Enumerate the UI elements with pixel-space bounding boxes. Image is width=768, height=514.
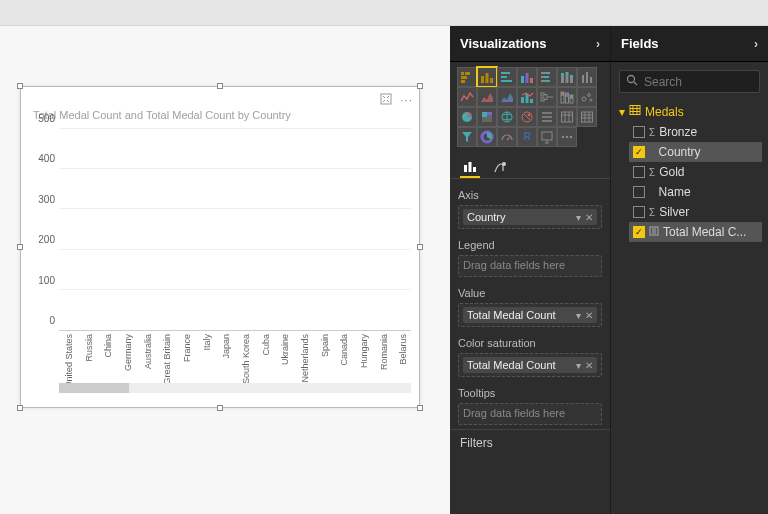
fields-search[interactable]: [619, 70, 760, 93]
viz-type-icon[interactable]: [538, 68, 556, 86]
chevron-down-icon[interactable]: ▾: [576, 360, 581, 371]
chevron-right-icon[interactable]: ›: [754, 37, 758, 51]
value-pill[interactable]: Total Medal Count ▾✕: [463, 307, 597, 323]
field-name: Gold: [659, 165, 758, 179]
search-icon: [626, 74, 638, 89]
remove-icon[interactable]: ✕: [585, 310, 593, 321]
format-tab-icon[interactable]: [490, 156, 510, 178]
search-input[interactable]: [644, 75, 768, 89]
viz-type-icon[interactable]: R: [518, 128, 536, 146]
viz-type-icon[interactable]: [478, 108, 496, 126]
axis-pill[interactable]: Country ▾✕: [463, 209, 597, 225]
gridline: [59, 128, 411, 129]
more-options-icon[interactable]: ···: [398, 91, 415, 110]
focus-mode-icon[interactable]: [378, 91, 394, 110]
viz-type-icon[interactable]: [578, 88, 596, 106]
svg-rect-17: [544, 76, 549, 78]
svg-rect-37: [566, 93, 569, 96]
resize-handle-w[interactable]: [17, 244, 23, 250]
svg-rect-21: [561, 73, 564, 76]
viz-type-icon[interactable]: [558, 108, 576, 126]
table-node[interactable]: ▾ Medals: [617, 101, 762, 122]
svg-rect-19: [547, 80, 550, 82]
axis-well[interactable]: Country ▾✕: [458, 205, 602, 229]
svg-rect-60: [473, 167, 476, 172]
viz-type-icon[interactable]: [538, 88, 556, 106]
field-total-medal-c-[interactable]: ✓Total Medal C...: [629, 222, 762, 242]
viz-type-icon[interactable]: [478, 68, 496, 86]
resize-handle-sw[interactable]: [17, 405, 23, 411]
field-gold[interactable]: ΣGold: [629, 162, 762, 182]
viz-type-icon[interactable]: [478, 88, 496, 106]
field-checkbox[interactable]: [633, 206, 645, 218]
viz-type-icon[interactable]: [558, 68, 576, 86]
value-well[interactable]: Total Medal Count ▾✕: [458, 303, 602, 327]
viz-type-icon[interactable]: [458, 128, 476, 146]
viz-type-icon[interactable]: [498, 88, 516, 106]
resize-handle-nw[interactable]: [17, 83, 23, 89]
viz-type-icon[interactable]: [518, 88, 536, 106]
svg-rect-28: [590, 77, 592, 83]
svg-rect-16: [541, 76, 544, 78]
filters-header[interactable]: Filters: [450, 429, 610, 456]
svg-rect-12: [526, 73, 529, 83]
legend-placeholder: Drag data fields here: [463, 259, 565, 271]
viz-type-icon[interactable]: [538, 108, 556, 126]
bar-label: Australia: [143, 334, 153, 369]
viz-type-icon[interactable]: [518, 68, 536, 86]
resize-handle-e[interactable]: [417, 244, 423, 250]
chevron-down-icon[interactable]: ▾: [576, 310, 581, 321]
remove-icon[interactable]: ✕: [585, 212, 593, 223]
chart-scrollbar-thumb[interactable]: [59, 383, 129, 393]
value-well-label: Value: [458, 287, 602, 299]
svg-rect-7: [490, 78, 493, 83]
svg-rect-8: [501, 72, 510, 74]
chart-visual[interactable]: ··· Total Medal Count and Total Medal Co…: [20, 86, 420, 408]
visualizations-header[interactable]: Visualizations ›: [450, 26, 610, 62]
resize-handle-n[interactable]: [217, 83, 223, 89]
field-bronze[interactable]: ΣBronze: [629, 122, 762, 142]
viz-type-icon[interactable]: [578, 68, 596, 86]
color-saturation-pill[interactable]: Total Medal Count ▾✕: [463, 357, 597, 373]
remove-icon[interactable]: ✕: [585, 360, 593, 371]
viz-type-icon[interactable]: [518, 108, 536, 126]
bar-label: Spain: [320, 334, 330, 357]
viz-type-icon[interactable]: [498, 68, 516, 86]
field-checkbox[interactable]: [633, 126, 645, 138]
tooltips-well[interactable]: Drag data fields here: [458, 403, 602, 425]
viz-type-icon[interactable]: [458, 88, 476, 106]
viz-type-icon[interactable]: [538, 128, 556, 146]
viz-type-icon[interactable]: [458, 68, 476, 86]
fields-header[interactable]: Fields ›: [611, 26, 768, 62]
resize-handle-ne[interactable]: [417, 83, 423, 89]
svg-rect-18: [541, 80, 547, 82]
field-country[interactable]: ✓ Country: [629, 142, 762, 162]
chevron-right-icon[interactable]: ›: [596, 37, 600, 51]
legend-well[interactable]: Drag data fields here: [458, 255, 602, 277]
report-canvas[interactable]: ··· Total Medal Count and Total Medal Co…: [0, 26, 450, 514]
field-checkbox[interactable]: [633, 166, 645, 178]
viz-type-icon[interactable]: [478, 128, 496, 146]
resize-handle-s[interactable]: [217, 405, 223, 411]
field-checkbox[interactable]: ✓: [633, 226, 645, 238]
field-list: ΣBronze✓ CountryΣGold NameΣSilver✓Total …: [617, 122, 762, 242]
color-saturation-well[interactable]: Total Medal Count ▾✕: [458, 353, 602, 377]
viz-type-icon[interactable]: [578, 108, 596, 126]
field-checkbox[interactable]: ✓: [633, 146, 645, 158]
chart-scrollbar[interactable]: [59, 383, 411, 393]
field-name[interactable]: Name: [629, 182, 762, 202]
viz-type-icon[interactable]: [498, 108, 516, 126]
resize-handle-se[interactable]: [417, 405, 423, 411]
viz-type-icon[interactable]: [498, 128, 516, 146]
svg-rect-2: [465, 72, 470, 75]
viz-type-icon[interactable]: [458, 108, 476, 126]
field-silver[interactable]: ΣSilver: [629, 202, 762, 222]
fields-tab-icon[interactable]: [460, 156, 480, 178]
bar-label: Japan: [221, 334, 231, 359]
svg-point-56: [566, 136, 569, 139]
viz-type-icon[interactable]: [558, 128, 576, 146]
chevron-down-icon[interactable]: ▾: [576, 212, 581, 223]
color-saturation-well-label: Color saturation: [458, 337, 602, 349]
field-checkbox[interactable]: [633, 186, 645, 198]
viz-type-icon[interactable]: [558, 88, 576, 106]
